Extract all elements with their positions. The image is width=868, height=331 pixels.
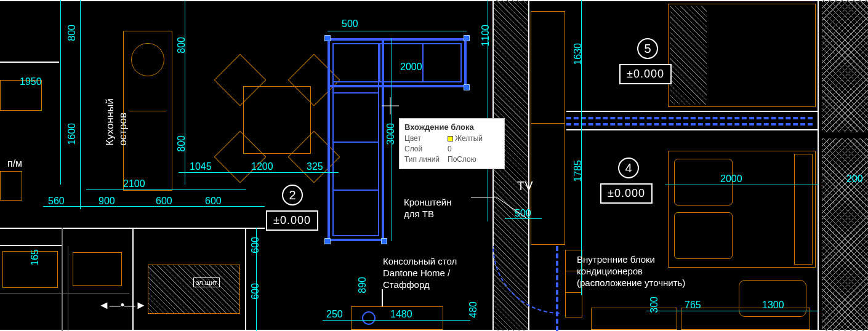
sliding-door [566, 117, 813, 119]
dim-3000: 3000 [385, 123, 396, 145]
dim-250: 250 [326, 309, 343, 320]
line [0, 245, 62, 246]
dim-765: 765 [685, 300, 701, 311]
tv-unit-outline [531, 11, 565, 245]
dim-1045: 1045 [190, 161, 212, 172]
dim-ext [80, 0, 81, 209]
dim-1100: 1100 [480, 25, 491, 47]
wall-line [566, 129, 819, 130]
tooltip-linetype-value: ПоСлою [448, 155, 476, 164]
line [0, 293, 129, 293]
marker [362, 311, 376, 325]
dim-500: 500 [342, 18, 358, 30]
burner-outline [131, 43, 164, 76]
dim-900: 900 [98, 196, 115, 207]
hatch-area [822, 138, 868, 331]
dim-2000: 2000 [400, 62, 422, 73]
sliding-door [566, 123, 813, 126]
sofa-div [379, 43, 380, 82]
dim-165: 165 [30, 249, 41, 266]
sofa-div [332, 142, 379, 143]
dim-890: 890 [357, 277, 368, 293]
dim-1300: 1300 [762, 300, 784, 311]
selection-grip[interactable] [324, 238, 331, 244]
dim-500: 500 [515, 208, 531, 219]
color-swatch-icon [448, 136, 453, 142]
dim-ext [60, 0, 61, 185]
tooltip-title: Вхождение блока [404, 122, 499, 132]
bed-hatch [670, 6, 707, 105]
dim-2100: 2100 [123, 178, 145, 189]
dim-800: 800 [176, 37, 187, 54]
label-tv-bracket: Кронштейндля ТВ [404, 197, 451, 220]
sofa-div [332, 189, 379, 191]
tooltip-color-label: Цвет [404, 134, 444, 143]
dim-ext [581, 0, 582, 295]
dim-800: 800 [66, 25, 78, 41]
text: Кухонныйостров [104, 98, 129, 146]
dim-560: 560 [48, 196, 65, 207]
line [129, 111, 166, 111]
dim-1785: 1785 [573, 160, 584, 182]
selection-grip[interactable] [381, 238, 387, 244]
text: Желтый [455, 134, 483, 143]
wall-line [818, 0, 819, 331]
dim-200: 200 [846, 173, 863, 185]
hatched-panel [148, 265, 240, 314]
line [531, 123, 565, 124]
sofa-div [332, 92, 379, 94]
dim-1950: 1950 [20, 76, 42, 87]
level-mark-4: ±0.000 [600, 183, 653, 204]
line [62, 228, 63, 331]
dim-300: 300 [649, 297, 660, 313]
tooltip-layer-label: Слой [404, 145, 444, 153]
appliance-outline [0, 171, 22, 201]
dim-1200: 1200 [251, 161, 273, 172]
text: Кронштейндля ТВ [404, 197, 451, 219]
dim-ext [488, 0, 488, 221]
sofa-div [422, 43, 424, 82]
dim-line [179, 172, 339, 173]
text: Внутренние блокикондиционеров(расположен… [577, 254, 685, 288]
panel-outline [73, 252, 122, 286]
line [565, 292, 582, 293]
arrow-glyph: ◄—•—► [98, 298, 147, 313]
cursor-crosshair [382, 97, 399, 114]
tooltip-layer-value: 0 [448, 145, 452, 153]
dim-1600: 1600 [66, 123, 78, 145]
label-wall-unit: п/м [7, 158, 22, 170]
pillow [674, 212, 733, 259]
line [0, 62, 59, 63]
dim-600: 600 [250, 283, 261, 300]
dim-line [665, 185, 819, 185]
dim-600: 600 [250, 237, 261, 253]
label-console-table: Консольный столDantone Home /Стаффорд [383, 256, 457, 290]
line [245, 228, 246, 331]
label-kitchen-island: Кухонныйостров [103, 98, 130, 146]
leader-line [382, 289, 383, 306]
dim-325: 325 [307, 161, 323, 172]
door-leaf [556, 246, 558, 331]
dim-line [328, 31, 467, 31]
level-mark-5: ±0.000 [619, 64, 672, 84]
leader-line [471, 197, 496, 197]
label-ac-blocks: Внутренние блокикондиционеров(расположен… [577, 254, 685, 289]
line [132, 228, 134, 331]
selection-grip[interactable] [464, 35, 470, 41]
selection-grip[interactable] [464, 84, 470, 90]
line [68, 246, 68, 331]
sofa-inner [332, 43, 379, 236]
dim-600: 600 [205, 196, 222, 207]
dim-ext [256, 228, 257, 331]
wall-line [0, 0, 868, 1]
dim-line [43, 206, 265, 207]
cad-drawing-canvas[interactable]: ◄—•—► [0, 0, 868, 331]
hatch-area [822, 0, 868, 132]
dim-600: 600 [156, 196, 172, 207]
room-number-4: 4 [618, 158, 639, 178]
dim-2000: 2000 [720, 173, 742, 185]
room-number-5: 5 [637, 38, 658, 59]
room-number-2: 2 [282, 185, 303, 205]
tooltip-color-value: Желтый [448, 134, 483, 143]
selection-grip[interactable] [324, 35, 331, 41]
